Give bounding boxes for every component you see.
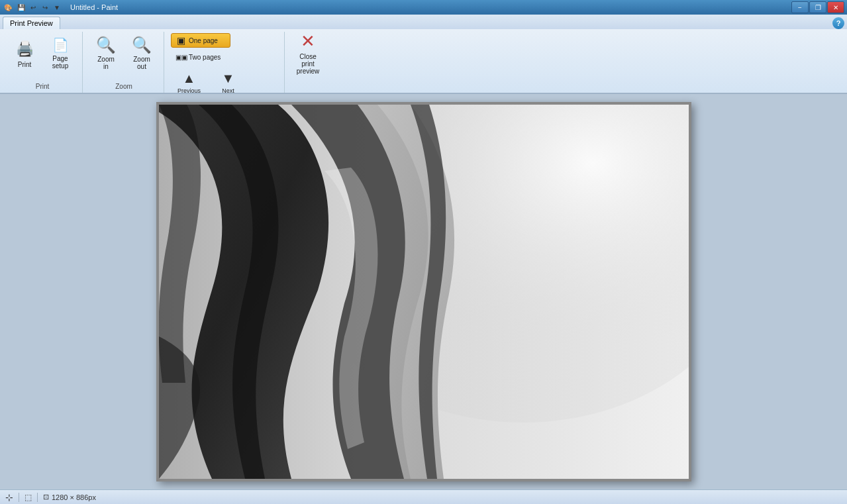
page-preview — [159, 105, 689, 479]
status-separator-1 — [19, 493, 19, 502]
paint-app-icon: 🎨 — [3, 2, 13, 13]
close-group-label — [291, 87, 324, 90]
dimensions-section: ⊡ 1280 × 886px — [43, 493, 96, 501]
status-separator-2 — [37, 493, 38, 502]
page-view-toggle-two: ▣▣ Two pages — [171, 50, 230, 64]
select-icon: ⬚ — [25, 493, 32, 502]
ribbon-group-print: 🖨️ Print 📄 Page setup Print — [3, 32, 83, 93]
close-group-content: ✕ Close print preview — [291, 33, 324, 87]
print-preview-container — [156, 102, 691, 481]
select-section: ⬚ — [25, 493, 32, 502]
minimize-button[interactable]: − — [791, 1, 809, 13]
zoom-in-icon: 🔍 — [95, 36, 117, 54]
close-button[interactable]: ✕ — [827, 1, 844, 13]
zoom-group-label: Zoom — [89, 80, 158, 90]
one-page-button[interactable]: ▣ One page — [171, 33, 230, 48]
two-pages-icon: ▣▣ — [175, 54, 186, 61]
main-area — [0, 94, 847, 489]
quick-access-redo[interactable]: ↪ — [40, 2, 50, 13]
preview-group-content: ▣ One page ▣▣ Two pages ▲ Previous page … — [171, 33, 279, 102]
print-group-label: Print — [8, 80, 77, 90]
previous-page-icon: ▲ — [183, 71, 196, 86]
one-page-icon: ▣ — [175, 35, 186, 46]
ribbon-group-zoom: 🔍 Zoom in 🔍 Zoom out Zoom — [84, 32, 164, 93]
ribbon-group-preview: ▣ One page ▣▣ Two pages ▲ Previous page … — [166, 32, 285, 93]
preview-image — [159, 105, 689, 479]
window-controls: − ❐ ✕ — [791, 1, 844, 13]
page-setup-button[interactable]: 📄 Page setup — [44, 33, 77, 73]
two-pages-button[interactable]: ▣▣ Two pages — [171, 50, 230, 64]
quick-access-undo[interactable]: ↩ — [28, 2, 38, 13]
help-icon[interactable]: ? — [832, 17, 844, 29]
next-page-icon: ▼ — [222, 71, 235, 86]
page-view-toggles: ▣ One page — [171, 33, 230, 48]
dimensions-icon: ⊡ — [43, 493, 49, 501]
window-title: Untitled - Paint — [70, 3, 118, 11]
page-setup-icon: 📄 — [50, 36, 71, 54]
print-icon: 🖨️ — [14, 38, 35, 60]
title-bar-left: 🎨 💾 ↩ ↪ ▼ Untitled - Paint — [3, 2, 118, 13]
quick-access-save[interactable]: 💾 — [16, 2, 26, 13]
close-preview-icon: ✕ — [297, 31, 319, 52]
resize-icon: ⊹ — [5, 492, 13, 503]
ribbon-tab-bar: Print Preview ? — [0, 15, 847, 29]
image-dimensions: 1280 × 886px — [52, 493, 96, 501]
restore-button[interactable]: ❐ — [809, 1, 826, 13]
title-bar: 🎨 💾 ↩ ↪ ▼ Untitled - Paint − ❐ ✕ — [0, 0, 847, 15]
print-button[interactable]: 🖨️ Print — [8, 33, 41, 73]
status-bar: ⊹ ⬚ ⊡ 1280 × 886px — [0, 489, 847, 504]
zoom-out-button[interactable]: 🔍 Zoom out — [125, 33, 158, 73]
ribbon-group-close: ✕ Close print preview — [286, 32, 330, 93]
zoom-in-button[interactable]: 🔍 Zoom in — [89, 33, 123, 73]
close-print-preview-button[interactable]: ✕ Close print preview — [291, 33, 324, 73]
quick-access-dropdown[interactable]: ▼ — [52, 2, 62, 13]
zoom-group-content: 🔍 Zoom in 🔍 Zoom out — [89, 33, 158, 80]
resize-section: ⊹ — [5, 492, 13, 503]
print-group-content: 🖨️ Print 📄 Page setup — [8, 33, 77, 80]
ribbon: 🖨️ Print 📄 Page setup Print 🔍 Zoom in 🔍 … — [0, 29, 847, 94]
tab-print-preview[interactable]: Print Preview — [3, 17, 60, 29]
zoom-out-icon: 🔍 — [131, 36, 152, 54]
